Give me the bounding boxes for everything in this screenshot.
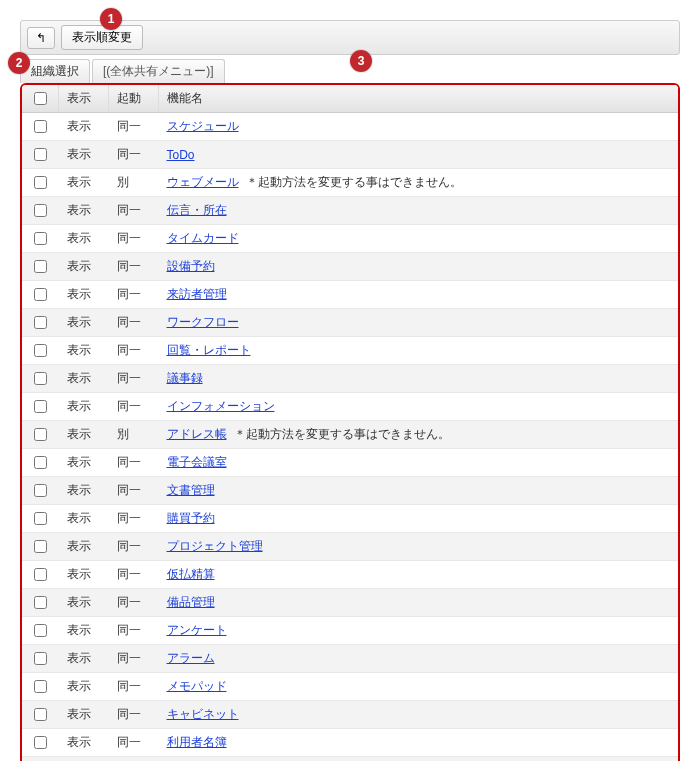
row-display: 表示: [59, 449, 109, 477]
row-checkbox[interactable]: [34, 484, 47, 497]
function-link[interactable]: ウェブメール: [167, 175, 239, 189]
function-link[interactable]: アドレス帳: [167, 427, 227, 441]
function-table: 表示 起動 機能名 表示同一スケジュール表示同一ToDo表示別ウェブメール ＊起…: [22, 85, 678, 761]
row-checkbox[interactable]: [34, 512, 47, 525]
table-row: 表示同一ToDo: [22, 141, 678, 169]
row-checkbox-cell: [22, 197, 59, 225]
row-checkbox[interactable]: [34, 344, 47, 357]
row-boot: 同一: [109, 533, 159, 561]
table-row: 表示同一利用者名簿: [22, 729, 678, 757]
row-name-cell: 安否確認: [159, 757, 679, 762]
row-display: 表示: [59, 309, 109, 337]
row-checkbox[interactable]: [34, 148, 47, 161]
row-checkbox-cell: [22, 449, 59, 477]
table-row: 表示同一スケジュール: [22, 113, 678, 141]
row-checkbox[interactable]: [34, 372, 47, 385]
row-checkbox[interactable]: [34, 204, 47, 217]
function-link[interactable]: 来訪者管理: [167, 287, 227, 301]
function-link[interactable]: キャビネット: [167, 707, 239, 721]
row-boot: 同一: [109, 757, 159, 762]
header-checkbox-cell: [22, 85, 59, 113]
row-checkbox[interactable]: [34, 680, 47, 693]
row-checkbox[interactable]: [34, 288, 47, 301]
row-boot: 同一: [109, 729, 159, 757]
row-checkbox[interactable]: [34, 736, 47, 749]
row-boot: 同一: [109, 225, 159, 253]
row-display: 表示: [59, 589, 109, 617]
row-name-cell: ToDo: [159, 141, 679, 169]
row-checkbox[interactable]: [34, 708, 47, 721]
row-name-cell: 議事録: [159, 365, 679, 393]
function-link[interactable]: 利用者名簿: [167, 735, 227, 749]
function-link[interactable]: ToDo: [167, 148, 195, 162]
function-link[interactable]: 設備予約: [167, 259, 215, 273]
row-boot: 同一: [109, 281, 159, 309]
function-link[interactable]: 仮払精算: [167, 567, 215, 581]
table-row: 表示同一安否確認: [22, 757, 678, 762]
function-link[interactable]: 回覧・レポート: [167, 343, 251, 357]
row-checkbox[interactable]: [34, 624, 47, 637]
header-boot: 起動: [109, 85, 159, 113]
row-checkbox[interactable]: [34, 120, 47, 133]
row-checkbox[interactable]: [34, 316, 47, 329]
row-display: 表示: [59, 337, 109, 365]
row-checkbox[interactable]: [34, 428, 47, 441]
row-checkbox-cell: [22, 253, 59, 281]
row-checkbox-cell: [22, 729, 59, 757]
tab-global-shared-menu[interactable]: [(全体共有メニュー)]: [92, 59, 225, 83]
function-link[interactable]: インフォメーション: [167, 399, 275, 413]
row-display: 表示: [59, 113, 109, 141]
function-link[interactable]: 電子会議室: [167, 455, 227, 469]
row-checkbox-cell: [22, 701, 59, 729]
row-checkbox[interactable]: [34, 400, 47, 413]
function-link[interactable]: プロジェクト管理: [167, 539, 263, 553]
table-row: 表示同一備品管理: [22, 589, 678, 617]
function-link[interactable]: アラーム: [167, 651, 215, 665]
function-link[interactable]: 購買予約: [167, 511, 215, 525]
table-row: 表示同一ワークフロー: [22, 309, 678, 337]
function-link[interactable]: 備品管理: [167, 595, 215, 609]
back-arrow-icon: ↰: [36, 31, 46, 45]
row-boot: 同一: [109, 113, 159, 141]
header-display: 表示: [59, 85, 109, 113]
change-order-button[interactable]: 表示順変更: [61, 25, 143, 50]
row-name-cell: キャビネット: [159, 701, 679, 729]
table-row: 表示同一タイムカード: [22, 225, 678, 253]
row-checkbox[interactable]: [34, 260, 47, 273]
row-checkbox-cell: [22, 393, 59, 421]
select-all-checkbox[interactable]: [34, 92, 47, 105]
row-checkbox[interactable]: [34, 652, 47, 665]
row-boot: 同一: [109, 645, 159, 673]
function-link[interactable]: アンケート: [167, 623, 227, 637]
row-boot: 同一: [109, 141, 159, 169]
function-link[interactable]: 文書管理: [167, 483, 215, 497]
row-checkbox[interactable]: [34, 232, 47, 245]
function-link[interactable]: タイムカード: [167, 231, 239, 245]
row-boot: 同一: [109, 477, 159, 505]
row-checkbox-cell: [22, 113, 59, 141]
row-checkbox[interactable]: [34, 596, 47, 609]
row-display: 表示: [59, 561, 109, 589]
row-note: ＊起動方法を変更する事はできません。: [231, 427, 450, 441]
row-display: 表示: [59, 169, 109, 197]
row-checkbox[interactable]: [34, 568, 47, 581]
row-boot: 同一: [109, 197, 159, 225]
function-table-wrap: 表示 起動 機能名 表示同一スケジュール表示同一ToDo表示別ウェブメール ＊起…: [20, 83, 680, 761]
function-link[interactable]: メモパッド: [167, 679, 227, 693]
row-checkbox[interactable]: [34, 456, 47, 469]
row-checkbox[interactable]: [34, 176, 47, 189]
row-display: 表示: [59, 477, 109, 505]
row-checkbox-cell: [22, 281, 59, 309]
row-boot: 同一: [109, 365, 159, 393]
row-name-cell: 伝言・所在: [159, 197, 679, 225]
row-checkbox-cell: [22, 589, 59, 617]
back-button[interactable]: ↰: [27, 27, 55, 49]
row-checkbox[interactable]: [34, 540, 47, 553]
row-display: 表示: [59, 393, 109, 421]
function-link[interactable]: 伝言・所在: [167, 203, 227, 217]
function-link[interactable]: スケジュール: [167, 119, 239, 133]
tab-org-select[interactable]: 組織選択: [20, 59, 90, 83]
function-link[interactable]: 議事録: [167, 371, 203, 385]
table-row: 表示同一回覧・レポート: [22, 337, 678, 365]
function-link[interactable]: ワークフロー: [167, 315, 239, 329]
